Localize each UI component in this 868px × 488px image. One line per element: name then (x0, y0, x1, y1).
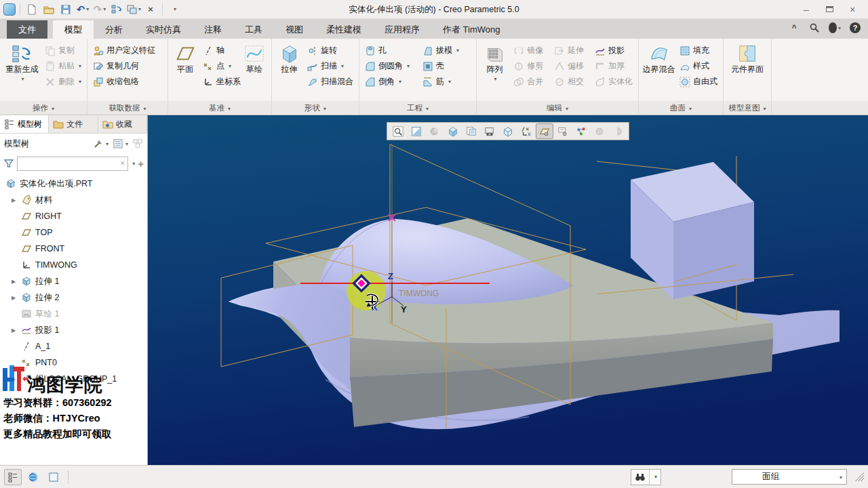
web-browser-button[interactable] (24, 469, 42, 485)
copy-geometry-button[interactable]: 复制几何 (91, 59, 157, 73)
tab-flexible-modeling[interactable]: 柔性建模 (315, 20, 373, 39)
tab-annotate[interactable]: 注释 (193, 20, 233, 39)
tree-item-csys[interactable]: TIMWONG (0, 257, 147, 273)
regenerate-quick-button[interactable] (109, 2, 124, 17)
selection-filter-select[interactable]: 面组 ▾ (732, 469, 847, 485)
tree-item-sketch-1[interactable]: 草绘 1 (0, 306, 147, 322)
csys-button[interactable]: 坐标系 (201, 75, 239, 89)
spin-center-button[interactable] (572, 123, 590, 139)
extra-display-button-2[interactable] (609, 123, 627, 139)
pattern-button[interactable]: 阵列 ▾ (480, 41, 509, 101)
windows-button[interactable]: ▾ (126, 2, 141, 17)
tree-item-extrude-1[interactable]: ▶拉伸 1 (0, 273, 147, 289)
app-icon[interactable] (3, 3, 16, 16)
tab-folder-browser[interactable]: 文件 (49, 115, 98, 133)
save-button[interactable] (58, 2, 73, 17)
saved-orientations-button[interactable] (462, 123, 480, 139)
round-button[interactable]: 倒圆角▾ (363, 59, 418, 73)
group-label-engineering[interactable]: 工程 ▾ (359, 101, 476, 115)
perspective-button[interactable] (499, 123, 517, 139)
udf-button[interactable]: 用户定义特征 (91, 43, 157, 58)
tree-item-top-plane[interactable]: TOP (0, 224, 147, 241)
annotation-display-button[interactable] (554, 123, 572, 139)
plane-button[interactable]: 平面 (172, 41, 199, 101)
maximize-button[interactable] (819, 2, 840, 17)
group-label-editing[interactable]: 编辑 ▾ (477, 101, 638, 115)
tree-item-right-plane[interactable]: RIGHT (0, 208, 147, 224)
tab-author[interactable]: 作者 TimWong (431, 20, 512, 39)
tree-item-part[interactable]: 实体化-伸出项.PRT (0, 176, 147, 192)
group-label-datum[interactable]: 基准 ▾ (168, 101, 271, 115)
shrinkwrap-button[interactable]: 收缩包络 (91, 75, 157, 89)
rib-button[interactable]: 筋▾ (420, 75, 468, 89)
expand-icon[interactable]: ▶ (9, 197, 18, 203)
shading-button[interactable] (426, 123, 443, 139)
find-button[interactable] (631, 470, 649, 485)
point-button[interactable]: 点▾ (201, 59, 239, 73)
tab-favorites[interactable]: ✱收藏 (98, 115, 147, 133)
tree-filters-button[interactable]: ▾ (113, 138, 128, 149)
undo-button[interactable]: ↶▾ (75, 2, 90, 17)
plane-display-button[interactable] (536, 123, 553, 139)
tab-applications[interactable]: 应用程序 (373, 20, 431, 39)
zoom-region-button[interactable] (408, 123, 425, 139)
find-tool[interactable]: ▾ (631, 469, 661, 485)
extra-display-button-1[interactable] (591, 123, 608, 139)
close-window-button[interactable]: × (143, 2, 158, 17)
group-label-get-data[interactable]: 获取数据 ▾ (87, 101, 167, 115)
account-button[interactable]: ▾ (829, 22, 841, 34)
tab-file[interactable]: 文件 (7, 20, 47, 39)
group-label-operations[interactable]: 操作 ▾ (0, 101, 87, 115)
refit-button[interactable] (389, 123, 407, 139)
dropdown-icon[interactable]: ▾ (132, 161, 135, 167)
add-filter-button[interactable]: + (138, 158, 144, 169)
close-button[interactable]: × (842, 2, 863, 17)
minimize-button[interactable]: – (796, 2, 816, 17)
group-label-shapes[interactable]: 形状 ▾ (272, 101, 359, 115)
minimize-ribbon-button[interactable]: ^ (788, 22, 800, 34)
tab-model[interactable]: 模型 (53, 20, 94, 39)
expand-icon[interactable]: ▶ (9, 327, 18, 333)
tab-analysis[interactable]: 分析 (94, 20, 134, 39)
clear-icon[interactable]: × (120, 159, 125, 168)
tab-live-simulation[interactable]: 实时仿真 (134, 20, 193, 39)
search-button[interactable] (808, 22, 821, 34)
sweep-button[interactable]: 扫描▾ (305, 59, 355, 73)
tree-search-input[interactable]: × (17, 157, 128, 171)
customize-qat-button[interactable]: ▾ (167, 2, 182, 17)
navigator-toggle-button[interactable] (4, 469, 22, 485)
regenerate-button[interactable]: 重新生成 ▾ (3, 41, 41, 101)
tree-item-extrude-2[interactable]: ▶拉伸 2 (0, 289, 147, 306)
3d-viewport[interactable]: Z X Y TIMWONG (148, 115, 868, 465)
fill-button[interactable]: 填充 (677, 43, 719, 58)
redo-button[interactable]: ↷▾ (92, 2, 107, 17)
display-style-button[interactable] (444, 123, 462, 139)
full-screen-button[interactable] (45, 469, 62, 485)
graphics-area[interactable]: Z X Y TIMWONG (148, 115, 868, 465)
expand-icon[interactable]: ▶ (9, 279, 18, 285)
sketch-button[interactable]: 草绘 (241, 41, 268, 101)
open-button[interactable] (41, 2, 56, 17)
swept-blend-button[interactable]: 扫描混合 (305, 75, 355, 89)
draft-button[interactable]: 拔模▾ (420, 43, 468, 58)
revolve-button[interactable]: 旋转 (305, 43, 355, 58)
tree-show-button[interactable] (132, 138, 143, 149)
style-button[interactable]: 样式 (677, 59, 719, 73)
chamfer-button[interactable]: 倒角▾ (363, 75, 418, 89)
expand-icon[interactable]: ▶ (9, 295, 18, 301)
group-label-model-intent[interactable]: 模型意图 ▾ (724, 101, 771, 115)
resize-grip[interactable] (855, 472, 864, 481)
datum-display-button[interactable] (517, 123, 535, 139)
shell-button[interactable]: 壳 (420, 59, 468, 73)
tree-item-axis-a1[interactable]: A_1 (0, 338, 147, 354)
tree-item-project-1[interactable]: ▶投影 1 (0, 322, 147, 338)
hole-button[interactable]: 孔 (363, 43, 418, 58)
group-label-surfaces[interactable]: 曲面 ▾ (639, 101, 723, 115)
project-button[interactable]: 投影 (593, 43, 635, 58)
tree-tools-button[interactable]: ▾ (93, 138, 108, 149)
boundary-blend-button[interactable]: 边界混合 (642, 41, 675, 101)
view-manager-button[interactable] (481, 123, 498, 139)
tab-tools[interactable]: 工具 (233, 20, 274, 39)
freestyle-button[interactable]: 自由式 (677, 75, 719, 89)
component-interface-button[interactable]: 元件界面 (728, 41, 767, 101)
